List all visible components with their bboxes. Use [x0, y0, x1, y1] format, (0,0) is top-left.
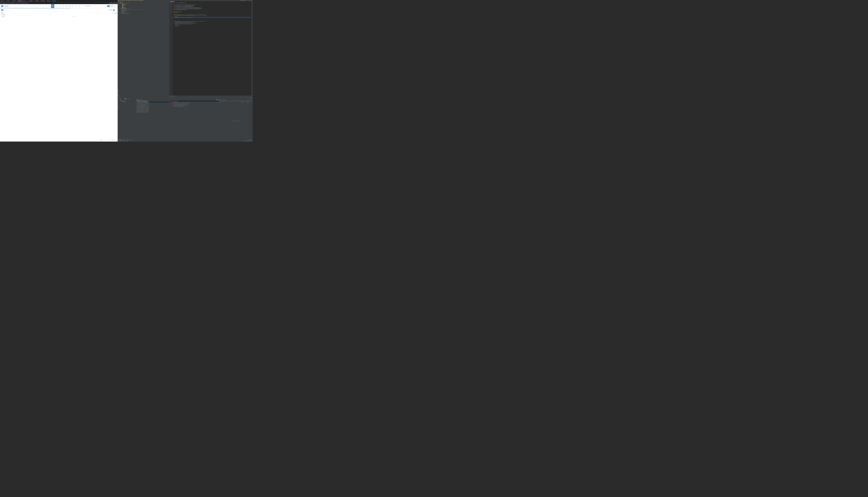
page-size-select[interactable]: 10 ▾ [110, 139, 111, 141]
sidebar-tree-item[interactable]: ecode测试 [0, 15, 28, 17]
nav-item-2[interactable]: demo [54, 4, 58, 8]
nav-item-9[interactable]: 人员 [78, 4, 81, 8]
server-tab[interactable]: Server [128, 98, 130, 99]
close-icon[interactable]: × [11, 1, 11, 2]
close-icon[interactable]: × [22, 1, 22, 2]
lock-icon[interactable]: 🔒 [251, 141, 252, 141]
nav-item-4[interactable]: 人事 [61, 4, 65, 8]
status-item[interactable]: LF [243, 141, 244, 141]
mute-bp-icon[interactable]: ⊘ [118, 105, 118, 106]
menu-icon[interactable]: ⋮ [116, 3, 117, 4]
list-view-icon[interactable]: ☰ [115, 9, 116, 11]
crumb-method[interactable]: beforeTest() [171, 96, 174, 96]
nav-crumb[interactable]: 📁cs [128, 0, 130, 1]
sidebar-tree-item[interactable]: ▾ ecode测试类型 [0, 14, 28, 16]
debugger-tab[interactable]: Debugger [124, 98, 127, 99]
pager-prev-button[interactable]: ‹ [104, 139, 105, 141]
drop-frame-icon[interactable]: ⤴ [250, 98, 250, 99]
browser-tab[interactable]: e-code × [23, 0, 28, 2]
hide-icon[interactable]: — [252, 97, 252, 98]
status-item[interactable]: UTF-8 [245, 141, 247, 141]
stack-frame[interactable]: doFilter:455, SessionFilter (com.cloudst… [136, 112, 170, 113]
variable-row[interactable]: ▸ f apiUrl = "/api/workflow/reqlist/spli… [170, 106, 219, 107]
overhead-tab[interactable]: Overhead [222, 99, 226, 100]
update-icon[interactable]: ⟲ [249, 0, 249, 1]
editor-tab-test[interactable]: © Test.java × [170, 1, 174, 2]
close-icon[interactable]: × [5, 1, 5, 2]
reload-icon[interactable]: ⟳ [4, 3, 5, 4]
nav-crumb[interactable]: 📁e9java [118, 0, 121, 1]
advanced-search-link[interactable]: 高级搜索 [114, 13, 117, 14]
git-icon[interactable]: ⎇ [250, 0, 250, 1]
mem-col-diff[interactable]: Diff ▾ [247, 102, 252, 102]
nav-item-0[interactable]: 门户 [48, 4, 51, 8]
run-config-select[interactable]: 🐞 Resin 4.0.58 ▾ [240, 0, 245, 1]
batch-submit-button[interactable]: 批量提交 [109, 9, 113, 11]
thread-dump-icon[interactable]: 📷 [118, 106, 119, 107]
pin-icon[interactable]: 📌 [118, 109, 119, 110]
browser-tab[interactable]: 泛微-协 × [0, 0, 6, 2]
force-step-into-icon[interactable]: ⇣ [248, 98, 249, 99]
breakpoint-icon[interactable] [172, 24, 172, 24]
browser-tab[interactable]: 泛微在线 × [34, 0, 40, 2]
run-icon[interactable]: ▶ [245, 0, 246, 1]
resume-icon[interactable]: ▶ [118, 101, 118, 102]
run-coverage-icon[interactable]: ⌾ [247, 0, 247, 1]
ext-icon-2[interactable]: ▯▯ [113, 3, 114, 4]
browser-tab[interactable]: 6_蓝色 × [46, 0, 52, 2]
evaluate-icon[interactable]: 🖩 [251, 98, 252, 99]
search-button[interactable]: 🔍 [107, 5, 110, 7]
expand-all-icon[interactable]: ✦ [166, 1, 166, 2]
sidebar-search[interactable]: 全部类型 🔍 [0, 12, 28, 14]
group-icon[interactable]: ▦ [120, 98, 121, 99]
project-tool-tab[interactable]: 1: Project [118, 1, 118, 4]
project-view-select[interactable]: Project ▾ [119, 1, 122, 2]
site-info-icon[interactable]: ⓘ [6, 3, 7, 3]
project-tree-item[interactable]: 📎 Scratches and Consoles [119, 13, 169, 14]
structure-tool-tab[interactable]: 7: Structure [118, 89, 118, 93]
close-icon[interactable]: × [39, 1, 40, 2]
pager-first-button[interactable]: « [102, 139, 103, 141]
bottom-tab-services[interactable]: ⚙Services [118, 139, 122, 140]
select-opened-icon[interactable]: ⊕ [165, 1, 165, 2]
nav-crumb[interactable]: 📁service [136, 0, 138, 1]
nav-item-5[interactable]: 会议 [65, 4, 68, 8]
content-search-input[interactable] [98, 13, 112, 14]
nav-crumb[interactable]: 📁impl [139, 0, 141, 1]
workflow-icon[interactable]: ◷ [1, 9, 3, 11]
bookmark-icon[interactable]: ☆ [110, 3, 111, 3]
gear-icon[interactable]: ⚙ [167, 1, 168, 2]
build-icon[interactable]: ↙ [239, 0, 240, 1]
run-to-cursor-icon[interactable]: ▸| [251, 98, 251, 99]
nav-crumb[interactable]: 📁api [126, 0, 128, 1]
status-item[interactable]: 16:1 [242, 141, 243, 141]
stop-icon[interactable]: ■ [118, 102, 118, 103]
nav-item-6[interactable]: 建模 [68, 4, 71, 8]
new-tab-button[interactable]: ＋ [57, 0, 59, 2]
frames-tab[interactable]: Frames [136, 99, 139, 100]
crumb-class[interactable]: Test [170, 96, 171, 96]
browser-tab[interactable]: 泛微在线 × [28, 0, 34, 2]
browser-tab[interactable]: 6_蓝色 × [52, 0, 57, 2]
threads-tab[interactable]: Threads [139, 99, 143, 100]
variables-tab[interactable]: Variables [215, 99, 219, 100]
gear-icon[interactable]: ⚙ [251, 97, 251, 98]
settings-icon[interactable]: ▣ [252, 0, 252, 1]
content-search[interactable]: 🔍 [98, 13, 114, 14]
close-icon[interactable]: × [56, 1, 57, 2]
stop-icon[interactable]: ■ [248, 0, 248, 1]
favorites-tool-tab[interactable]: 2: Favorites [118, 93, 118, 97]
expand-icon[interactable]: ⇲ [118, 98, 119, 99]
close-icon[interactable]: × [45, 1, 46, 2]
close-icon[interactable]: × [16, 1, 17, 2]
thread-select[interactable]: ✓ "resin-port-8…main": RUNNING▾ ↑ ↓ ▼ [136, 101, 148, 101]
ext-icon-1[interactable]: ⬒ [111, 3, 112, 4]
debug-icon[interactable]: 🐞 [246, 0, 247, 1]
search-everywhere-icon[interactable]: 🔍 [251, 0, 251, 1]
breakpoints-icon[interactable]: ● [118, 104, 118, 104]
filter-icon[interactable]: ▤ [250, 97, 250, 98]
url-input[interactable]: ⓘ 127.0.0.1:8886/wui/index.html#/main/wo… [6, 2, 109, 4]
bottom-tab-spring[interactable]: ✿Spring [126, 139, 129, 140]
user-menu[interactable]: 系统管理员 [111, 5, 116, 7]
step-over-icon[interactable]: ↷ [246, 98, 247, 99]
